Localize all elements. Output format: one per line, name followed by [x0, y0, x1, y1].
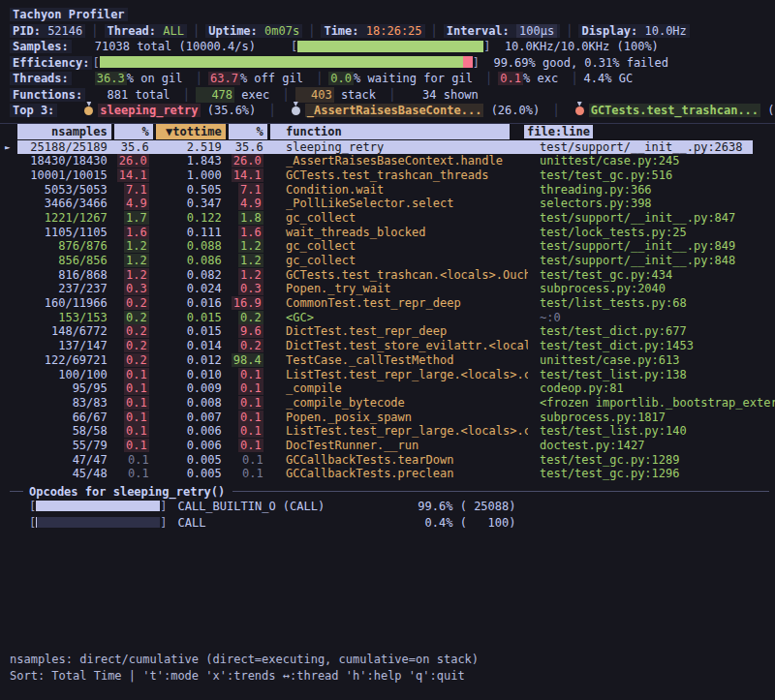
col-header-tottime-sorted[interactable]: ▼tottime [156, 124, 229, 139]
divider: │ [85, 24, 104, 38]
cell-tottime: 0.111 [156, 226, 229, 240]
table-row[interactable]: 148/6772 0.2 0.015 9.6 DictTest.test_rep… [0, 324, 775, 339]
uptime-value: 0m07s [264, 24, 299, 38]
cell-pct-direct: 26.0 [114, 154, 156, 168]
top3-function-name[interactable]: _AssertRaisesBaseConte... [305, 104, 484, 117]
cell-function: ListTest.test_repr_large.<locals>.c... [270, 424, 528, 439]
cell-nsamples: 122/69721 [17, 353, 114, 368]
table-row[interactable]: 153/153 0.2 0.015 0.2 <GC>~:0 [0, 311, 775, 325]
profile-table: nsamples % ▼tottime % function file:line… [0, 124, 775, 482]
cell-nsamples: 18430/18430 [17, 154, 114, 168]
col-header-pct1[interactable]: % [114, 124, 156, 139]
thread-stat-desc: % exc [523, 72, 565, 85]
table-row[interactable]: 1221/1267 1.7 0.122 1.8 gc_collecttest/s… [0, 211, 775, 226]
table-row[interactable]: 1105/1105 1.6 0.111 1.6 wait_threads_blo… [0, 226, 775, 240]
cell-tottime: 1.000 [156, 168, 229, 183]
top3-function-name[interactable]: sleeping_retry [98, 104, 200, 117]
table-row[interactable]: 122/69721 0.2 0.012 98.4 TestCase._callT… [0, 353, 775, 368]
cell-function: sleeping_retry [270, 140, 528, 155]
table-row[interactable]: 66/67 0.1 0.007 0.1 Popen._posix_spawnsu… [0, 411, 775, 425]
table-row[interactable]: 3466/3466 4.9 0.347 4.9 _PollLikeSelecto… [0, 197, 775, 211]
row-gutter [0, 226, 17, 240]
cell-pct-direct: 0.1 [114, 368, 156, 382]
cell-pct-direct: 0.2 [114, 324, 156, 339]
table-row[interactable]: 137/147 0.2 0.014 0.2 DictTest.test_stor… [0, 339, 775, 353]
uptime-label: Uptime: [208, 24, 258, 38]
divider: │ [187, 24, 205, 38]
bracket: ] [473, 56, 480, 70]
table-row[interactable]: 18430/18430 26.0 1.843 26.0 _AssertRaise… [0, 154, 775, 168]
bracket: ] [160, 515, 167, 532]
row-gutter [0, 439, 17, 453]
cell-function: CommonTest.test_repr_deep [270, 296, 528, 311]
table-row[interactable]: 55/79 0.1 0.006 0.1 DocTestRunner.__rund… [0, 439, 775, 453]
row-gutter [0, 381, 17, 396]
table-row-selected[interactable]: ►25188/25189 35.6 2.519 35.6 sleeping_re… [0, 140, 775, 155]
opcode-row: []CALL_BUILTIN_O (CALL)99.6% ( 25088) [0, 499, 775, 515]
table-row[interactable]: 100/100 0.1 0.010 0.1 ListTest.test_repr… [0, 368, 775, 382]
cell-tottime: 0.006 [156, 424, 229, 439]
opcodes-title: Opcodes for sleeping_retry() [29, 485, 225, 499]
opcode-count: ( 100) [452, 515, 515, 532]
thread-group[interactable]: Thread: ALL [105, 24, 188, 38]
table-row[interactable]: 237/237 0.3 0.024 0.3 Popen._try_waitsub… [0, 282, 775, 296]
opcode-pct: 0.4% [396, 515, 452, 532]
efficiency-bar [100, 56, 473, 68]
cell-pct-cumulative: 0.2 [229, 311, 270, 325]
col-header-pct2[interactable]: % [229, 124, 270, 139]
pid-label: PID: [13, 24, 41, 38]
cell-function: Popen._posix_spawn [270, 411, 528, 425]
function-stat-value: 478 [196, 87, 234, 104]
row-gutter [0, 411, 17, 425]
cell-file-line: unittest/case.py:245 [528, 154, 775, 168]
cell-nsamples: 816/868 [17, 268, 114, 283]
row-gutter: ► [0, 140, 17, 155]
opcodes-section-header: Opcodes for sleeping_retry() [0, 484, 775, 499]
col-header-file[interactable]: file:line [512, 124, 775, 139]
cell-function: DocTestRunner.__run [270, 439, 528, 453]
samples-total: 71038 total (10000.4/s) [95, 40, 256, 53]
function-stat-desc: exec [234, 88, 276, 102]
table-row[interactable]: 83/83 0.1 0.008 0.1 _compile_bytecode<fr… [0, 396, 775, 411]
cell-function: TestCase._callTestMethod [270, 353, 528, 368]
cell-nsamples: 55/79 [17, 439, 114, 453]
cell-pct-cumulative: 0.2 [229, 339, 270, 353]
cell-pct-direct: 0.1 [114, 381, 156, 396]
cell-pct-direct: 0.3 [114, 282, 156, 296]
table-row[interactable]: 58/58 0.1 0.006 0.1 ListTest.test_repr_l… [0, 424, 775, 439]
table-row[interactable]: 45/48 0.1 0.005 0.1 GCCallbackTests.prec… [0, 467, 775, 481]
cell-pct-cumulative: 14.1 [229, 168, 270, 183]
top3-function-name[interactable]: GCTests.test_trashcan... [589, 104, 760, 117]
table-row[interactable]: 160/11966 0.2 0.016 16.9 CommonTest.test… [0, 296, 775, 311]
cell-pct-direct: 0.2 [114, 296, 156, 311]
table-row[interactable]: 47/47 0.1 0.005 0.1 GCCallbackTests.tear… [0, 453, 775, 468]
cell-pct-direct: 0.2 [114, 353, 156, 368]
row-gutter [0, 254, 17, 268]
cell-function: _compile_bytecode [270, 396, 528, 411]
cell-pct-direct: 1.2 [114, 239, 156, 254]
cell-pct-direct: 1.7 [114, 211, 156, 226]
table-body: ►25188/25189 35.6 2.519 35.6 sleeping_re… [0, 140, 775, 482]
samples-label: Samples: [10, 40, 72, 53]
page-title: Tachyon Profiler [10, 8, 128, 21]
table-row[interactable]: 10001/10015 14.1 1.000 14.1 GCTests.test… [0, 168, 775, 183]
table-row[interactable]: 5053/5053 7.1 0.505 7.1 Condition.waitth… [0, 183, 775, 198]
cell-nsamples: 58/58 [17, 424, 114, 439]
cell-pct-direct: 0.2 [114, 311, 156, 325]
cell-file-line: doctest.py:1427 [528, 439, 775, 453]
table-row[interactable]: 95/95 0.1 0.009 0.1 _compilecodeop.py:81 [0, 381, 775, 396]
row-gutter [0, 168, 17, 183]
function-stat-value: 881 [93, 87, 128, 104]
row-gutter [0, 183, 17, 198]
col-header-function[interactable]: function [270, 124, 512, 139]
table-row[interactable]: 876/876 1.2 0.088 1.2 gc_collecttest/sup… [0, 239, 775, 254]
cell-file-line: subprocess.py:1817 [528, 411, 775, 425]
divider: │ [302, 24, 321, 38]
col-header-nsamples[interactable]: nsamples [17, 124, 114, 139]
table-row[interactable]: 816/868 1.2 0.082 1.2 GCTests.test_trash… [0, 268, 775, 283]
cell-function: _compile [270, 381, 528, 396]
row-gutter [0, 324, 17, 339]
table-row[interactable]: 856/856 1.2 0.086 1.2 gc_collecttest/sup… [0, 254, 775, 268]
row-gutter [0, 396, 17, 411]
cell-function: <GC> [270, 311, 528, 325]
